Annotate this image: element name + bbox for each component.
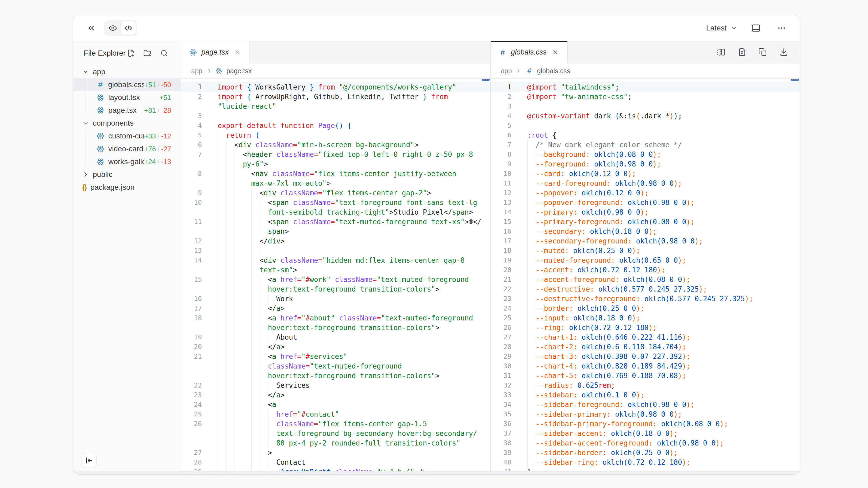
collapse-sidebar-button[interactable] xyxy=(82,453,96,468)
code-line[interactable]: hover:text-foreground transition-colors"… xyxy=(181,371,490,381)
code-line[interactable]: 20--accent: oklch(0.72 0.12 180); xyxy=(491,265,800,275)
file-tree-item-components[interactable]: components xyxy=(73,117,181,130)
code-line[interactable]: 7<header className="fixed top-0 left-0 r… xyxy=(181,150,490,159)
code-toggle-button[interactable] xyxy=(121,21,136,35)
code-line[interactable]: hover:text-foreground transition-colors"… xyxy=(181,284,490,294)
code-line[interactable]: text-sm"> xyxy=(181,265,490,275)
code-line[interactable]: 22--destructive: oklch(0.577 0.245 27.32… xyxy=(491,284,800,294)
code-line[interactable]: max-w-7xl mx-auto"> xyxy=(181,178,490,188)
file-tree-item-globals-css[interactable]: #globals.css+51/-50 xyxy=(73,78,181,91)
code-line[interactable]: 6<div className="min-h-screen bg-backgro… xyxy=(181,140,490,150)
new-file-button[interactable] xyxy=(126,48,136,58)
file-diff-button[interactable] xyxy=(737,47,747,57)
code-line[interactable]: 1import { WorksGallery } from "@/compone… xyxy=(181,82,490,92)
code-line[interactable]: 25href="#contact" xyxy=(181,410,490,419)
code-line[interactable]: 27--chart-1: oklch(0.646 0.222 41.116); xyxy=(491,332,800,342)
code-line[interactable]: 80 px-4 py-2 rounded-full transition-col… xyxy=(181,438,490,448)
breadcrumb-root[interactable]: app xyxy=(191,67,203,75)
code-line[interactable]: 2@import "tw-animate-css"; xyxy=(491,92,800,102)
file-tree-item-layout-tsx[interactable]: layout.tsx+51 xyxy=(73,91,181,104)
copy-code-button[interactable] xyxy=(758,47,768,57)
code-line[interactable]: 26className="flex items-center gap-1.5 xyxy=(181,419,490,429)
code-line[interactable]: 11<span className="text-muted-foreground… xyxy=(181,217,490,227)
code-line[interactable]: 5return ( xyxy=(181,130,490,140)
code-line[interactable]: 16--secondary: oklch(0.18 0 0); xyxy=(491,227,800,236)
code-line[interactable]: 38--sidebar-accent-foreground: oklch(0.9… xyxy=(491,438,800,448)
code-line[interactable]: 20</a> xyxy=(181,342,490,352)
tab-page-tsx[interactable]: page.tsx xyxy=(181,41,250,64)
search-files-button[interactable] xyxy=(159,48,169,58)
scroll-indicator[interactable] xyxy=(791,79,799,81)
code-line[interactable]: className="text-muted-foreground xyxy=(181,361,490,371)
code-line[interactable]: 16Work xyxy=(181,294,490,303)
code-line[interactable]: 31--chart-5: oklch(0.769 0.188 70.08); xyxy=(491,371,800,381)
code-line[interactable]: 11--card-foreground: oklch(0.98 0 0); xyxy=(491,178,800,188)
code-line[interactable]: 15<a href="#work" className="text-muted-… xyxy=(181,275,490,284)
code-line[interactable]: 10<span className="text-foreground font-… xyxy=(181,198,490,207)
code-line[interactable]: 36--sidebar-primary-foreground: oklch(0.… xyxy=(491,419,800,429)
code-line[interactable]: 40--sidebar-ring: oklch(0.72 0.12 180); xyxy=(491,458,800,467)
tab-globals-css[interactable]: # globals.css xyxy=(491,41,568,64)
code-line[interactable]: 24<a xyxy=(181,400,490,410)
file-tree-item-page-tsx[interactable]: page.tsx+81/-28 xyxy=(73,104,181,117)
file-tree-item-app[interactable]: app xyxy=(73,65,181,78)
code-line[interactable]: 9--foreground: oklch(0.98 0 0); xyxy=(491,159,800,169)
code-line[interactable]: 26--ring: oklch(0.72 0.12 180); xyxy=(491,323,800,332)
code-line[interactable]: 27> xyxy=(181,448,490,458)
code-line[interactable]: 19About xyxy=(181,332,490,342)
file-tree-item-video-card-tsx[interactable]: video-card.tsx+76/-27 xyxy=(73,142,181,155)
file-tree-item-works-galler-[interactable]: works-galler…+24/-13 xyxy=(73,155,181,168)
breadcrumb-root[interactable]: app xyxy=(501,67,512,75)
code-line[interactable]: text-foreground bg-secondary hover:bg-se… xyxy=(181,429,490,438)
code-line[interactable]: 34--sidebar-foreground: oklch(0.98 0 0); xyxy=(491,400,800,410)
code-line[interactable]: 7/* New dark elegant color scheme */ xyxy=(491,140,800,150)
code-line[interactable]: 21<a href="#services" xyxy=(181,352,490,361)
code-line[interactable]: 29--chart-3: oklch(0.398 0.07 227.392); xyxy=(491,352,800,361)
code-line[interactable]: 1@import "tailwindcss"; xyxy=(491,82,800,92)
code-line[interactable]: 30--chart-4: oklch(0.828 0.189 84.429); xyxy=(491,361,800,371)
code-line[interactable]: 22Services xyxy=(181,381,490,390)
code-line[interactable]: 23--destructive-foreground: oklch(0.577 … xyxy=(491,294,800,303)
more-options-button[interactable] xyxy=(775,21,788,35)
code-line[interactable]: 6:root { xyxy=(491,130,800,140)
code-line[interactable]: 35--sidebar-primary: oklch(0.98 0 0); xyxy=(491,410,800,419)
code-line[interactable]: 37--sidebar-accent: oklch(0.18 0 0); xyxy=(491,429,800,438)
code-line[interactable]: font-semibold tracking-tight">Studio Pix… xyxy=(181,207,490,217)
code-line[interactable]: 8<nav className="flex items-center justi… xyxy=(181,169,490,178)
collapse-panel-button[interactable] xyxy=(84,21,98,35)
code-line[interactable]: 8--background: oklch(0.08 0 0); xyxy=(491,150,800,159)
file-tree-item-public[interactable]: public xyxy=(73,168,181,181)
scroll-indicator[interactable] xyxy=(482,79,490,81)
code-line[interactable]: 39--sidebar-border: oklch(0.25 0 0); xyxy=(491,448,800,458)
version-selector[interactable]: Latest xyxy=(706,24,737,32)
code-line[interactable]: 28--chart-2: oklch(0.6 0.118 184.704); xyxy=(491,342,800,352)
file-tree-item-package-json[interactable]: {}package.json xyxy=(73,181,181,194)
code-line[interactable]: 13--popover-foreground: oklch(0.98 0 0); xyxy=(491,198,800,207)
code-line[interactable]: 4export default function Page() { xyxy=(181,121,490,130)
code-line[interactable]: 25--input: oklch(0.18 0 0); xyxy=(491,313,800,323)
code-line[interactable]: "lucide-react" xyxy=(181,102,490,111)
code-line[interactable]: 2import { ArrowUpRight, Github, Linkedin… xyxy=(181,92,490,102)
file-tree-item-custom-curs-[interactable]: custom-curs…+33/-12 xyxy=(73,130,181,142)
breadcrumb-file[interactable]: globals.css xyxy=(537,67,570,75)
code-editor-page-tsx[interactable]: 1import { WorksGallery } from "@/compone… xyxy=(181,78,490,472)
code-line[interactable]: 12</div> xyxy=(181,236,490,246)
code-line[interactable]: 14--primary: oklch(0.98 0 0); xyxy=(491,207,800,217)
code-line[interactable]: 15--primary-foreground: oklch(0.08 0 0); xyxy=(491,217,800,227)
code-line[interactable]: 24--border: oklch(0.25 0 0); xyxy=(491,303,800,313)
code-line[interactable]: py-6"> xyxy=(181,159,490,169)
download-button[interactable] xyxy=(779,47,788,57)
code-line[interactable]: 3 xyxy=(181,111,490,121)
code-line[interactable]: 10--card: oklch(0.12 0 0); xyxy=(491,169,800,178)
new-folder-button[interactable] xyxy=(143,48,152,58)
panel-bottom-button[interactable] xyxy=(749,21,763,35)
code-line[interactable]: 4@custom-variant dark (&:is(.dark *)); xyxy=(491,111,800,121)
code-line[interactable]: 32--radius: 0.625rem; xyxy=(491,381,800,390)
code-line[interactable]: 18--muted: oklch(0.25 0 0); xyxy=(491,246,800,256)
code-line[interactable]: 33--sidebar: oklch(0.1 0 0); xyxy=(491,390,800,400)
horizontal-scrollbar-track[interactable] xyxy=(73,471,800,475)
code-line[interactable]: 14<div className="hidden md:flex items-c… xyxy=(181,256,490,265)
code-line[interactable]: 28Contact xyxy=(181,458,490,467)
close-tab-button[interactable] xyxy=(233,48,242,57)
code-line[interactable]: 18<a href="#about" className="text-muted… xyxy=(181,313,490,323)
